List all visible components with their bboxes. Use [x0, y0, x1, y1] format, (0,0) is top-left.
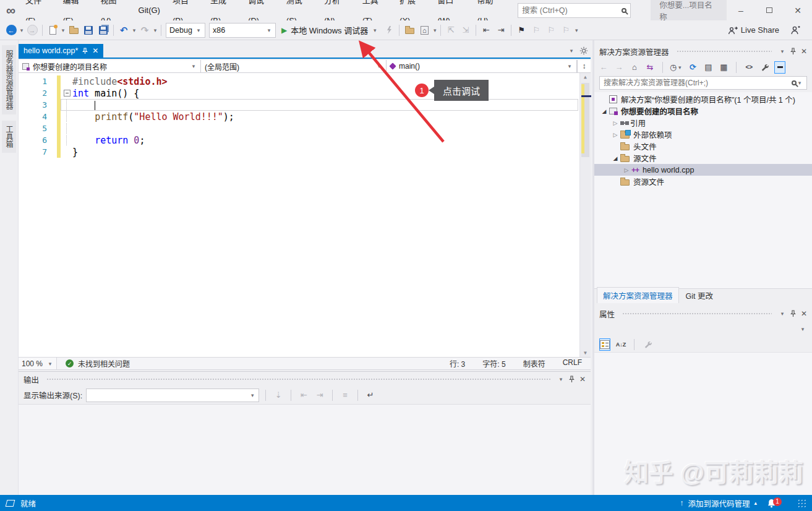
scope-dropdown[interactable]: (全局范围)	[201, 60, 387, 72]
output-content[interactable]	[19, 404, 591, 495]
properties-object-combobox[interactable]	[598, 322, 808, 336]
maximize-button[interactable]	[755, 0, 784, 20]
panel-close-icon[interactable]: ✕	[801, 309, 807, 318]
quick-search-input[interactable]	[522, 6, 622, 15]
search-icon[interactable]	[622, 8, 626, 13]
toggle-bookmark-button[interactable]: ⚑	[515, 23, 528, 38]
overflow-chevron-icon[interactable]	[432, 27, 438, 33]
tab-close-icon[interactable]: ✕	[92, 46, 98, 55]
pin-icon[interactable]	[790, 48, 796, 55]
panel-menu-chevron-icon[interactable]	[779, 48, 785, 54]
background-tasks-icon[interactable]	[6, 500, 15, 507]
attach-to-process-button[interactable]	[382, 23, 396, 38]
code-editor[interactable]: 1#include<stdio.h>2int main() {34 printf…	[19, 73, 591, 358]
solution-explorer-button[interactable]: ⌂	[417, 23, 431, 38]
tab-solution-explorer[interactable]: 解决方案资源管理器	[597, 287, 679, 303]
code-line-7[interactable]: 7}	[19, 146, 591, 158]
panel-menu-chevron-icon[interactable]	[779, 311, 785, 317]
collapse-all-icon[interactable]: ▤	[703, 61, 714, 74]
tree-collapsed-icon[interactable]	[610, 120, 620, 126]
zoom-combobox[interactable]: 100 %	[19, 358, 57, 369]
scroll-up-icon[interactable]: ▲	[580, 74, 591, 80]
search-icon[interactable]	[792, 80, 797, 85]
tree-item-3[interactable]: 外部依赖项	[594, 129, 812, 140]
tree-item-1[interactable]: 你想要创建的项目名称	[594, 105, 812, 117]
new-window-button[interactable]: ⇱	[444, 23, 458, 38]
overflow-chevron-icon[interactable]	[573, 27, 579, 33]
document-list-chevron-icon[interactable]	[568, 48, 575, 54]
panel-close-icon[interactable]: ✕	[801, 47, 807, 56]
next-bookmark-button[interactable]: ⚐	[544, 23, 558, 38]
panel-close-icon[interactable]: ✕	[579, 375, 586, 384]
find-message-icon[interactable]: ⇣	[272, 389, 284, 402]
pending-changes-filter-icon[interactable]: ◷	[670, 61, 683, 74]
nav-back-button[interactable]: ←	[4, 23, 18, 38]
open-file-button[interactable]	[67, 23, 80, 38]
find-in-files-button[interactable]	[403, 23, 416, 38]
output-panel-header[interactable]: 输出 ✕	[19, 372, 591, 387]
live-share-button[interactable]: Live Share	[728, 25, 779, 35]
tree-item-7[interactable]: 资源文件	[594, 176, 812, 187]
nav-forward-icon[interactable]: →	[613, 61, 625, 74]
tree-item-6[interactable]: ++hello world.cpp	[594, 164, 812, 176]
decrease-indent-button[interactable]: ⇤	[479, 23, 493, 38]
tree-expanded-icon[interactable]	[599, 108, 609, 114]
line-indicator[interactable]: 行: 3	[441, 358, 474, 369]
solution-explorer-header[interactable]: 解决方案资源管理器 ✕	[594, 44, 812, 59]
tree-collapsed-icon[interactable]	[610, 132, 620, 138]
rail-tab-1[interactable]: 工具箱	[2, 121, 16, 153]
tree-item-5[interactable]: 源文件	[594, 152, 812, 164]
new-project-button[interactable]	[46, 23, 59, 38]
properties-header[interactable]: 属性 ✕	[594, 306, 812, 321]
redo-button[interactable]: ↷	[138, 23, 152, 38]
eol-indicator[interactable]: CRLF	[554, 358, 591, 369]
toggle-word-wrap-icon[interactable]: ↵	[364, 389, 377, 402]
pin-icon[interactable]	[569, 376, 575, 383]
solution-search-box[interactable]	[599, 76, 807, 90]
tree-item-0[interactable]: 解决方案“你想要创建的项目名称”(1 个项目/共 1 个)	[594, 93, 812, 105]
member-dropdown[interactable]: main()	[387, 60, 577, 72]
tabs-indicator[interactable]: 制表符	[515, 358, 554, 369]
view-code-icon[interactable]: <>	[743, 61, 754, 74]
clear-bookmarks-button[interactable]: ⚐	[559, 23, 573, 38]
tree-item-2[interactable]: 引用	[594, 117, 812, 129]
start-debugging-button[interactable]: ▶ 本地 Windows 调试器	[281, 24, 378, 36]
panel-menu-chevron-icon[interactable]	[558, 376, 564, 382]
alphabetical-button[interactable]: A↓Z	[615, 338, 626, 351]
minimize-button[interactable]: –	[727, 0, 755, 20]
refresh-icon[interactable]: ⟳	[687, 61, 698, 74]
code-line-5[interactable]: 5	[19, 122, 591, 134]
nav-forward-button[interactable]: →	[25, 23, 39, 38]
column-indicator[interactable]: 字符: 5	[474, 358, 514, 369]
pin-icon[interactable]	[790, 310, 796, 317]
undo-chevron-icon[interactable]	[131, 27, 137, 33]
show-all-files-icon[interactable]: ▦	[718, 61, 729, 74]
notifications-button[interactable]: 1	[767, 499, 776, 508]
code-line-4[interactable]: 4 printf("Hello World!!!");	[19, 111, 591, 122]
collapse-region-icon[interactable]	[64, 90, 71, 97]
properties-window-button[interactable]: ⇲	[459, 23, 472, 38]
sign-in-button[interactable]	[788, 23, 802, 38]
resize-grip[interactable]	[797, 499, 806, 507]
redo-chevron-icon[interactable]	[152, 27, 158, 33]
save-button[interactable]	[82, 23, 95, 38]
code-line-6[interactable]: 6 return 0;	[19, 134, 591, 146]
tab-git-changes[interactable]: Git 更改	[680, 288, 719, 303]
categorized-button[interactable]	[599, 338, 610, 351]
code-line-1[interactable]: 1#include<stdio.h>	[19, 75, 591, 87]
close-button[interactable]: ✕	[784, 0, 812, 20]
next-message-icon[interactable]: ⇥	[314, 389, 326, 402]
home-icon[interactable]: ⌂	[629, 61, 640, 74]
menu-item-3[interactable]: Git(G)	[132, 0, 166, 20]
clear-all-icon[interactable]: ≡	[339, 389, 351, 402]
sync-active-document-icon[interactable]: ⇆	[644, 61, 656, 74]
prev-message-icon[interactable]: ⇤	[297, 389, 310, 402]
code-line-2[interactable]: 2int main() {	[19, 87, 591, 99]
gear-icon[interactable]	[579, 46, 588, 55]
pin-icon[interactable]	[82, 48, 88, 54]
rail-tab-0[interactable]: 服务器资源管理器	[2, 45, 16, 114]
platform-combobox[interactable]: x86	[209, 23, 276, 38]
tab-hello-world-cpp[interactable]: hello world.cpp* ✕	[19, 44, 103, 58]
tree-item-4[interactable]: 头文件	[594, 140, 812, 152]
prev-bookmark-button[interactable]: ⚐	[529, 23, 543, 38]
